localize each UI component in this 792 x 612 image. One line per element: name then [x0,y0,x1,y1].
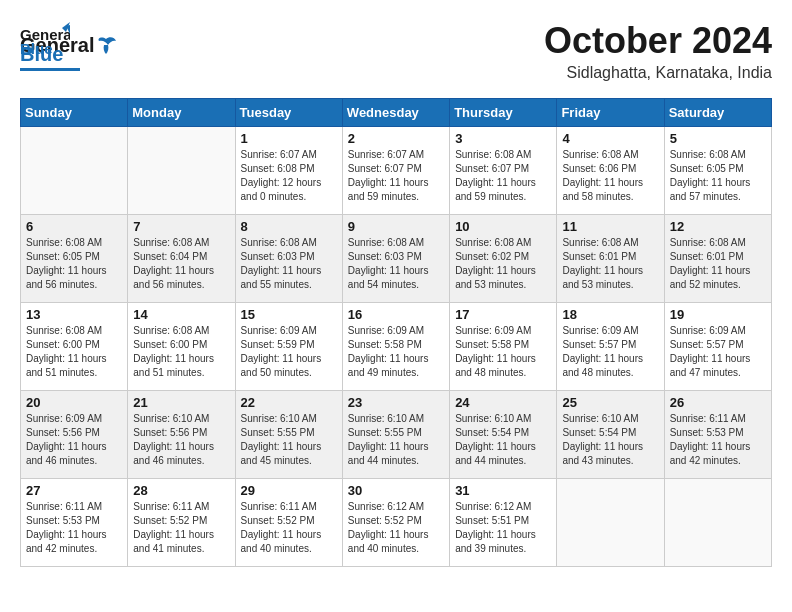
day-number: 23 [348,395,444,410]
day-info: Sunrise: 6:09 AMSunset: 5:56 PMDaylight:… [26,412,122,468]
calendar-cell: 9Sunrise: 6:08 AMSunset: 6:03 PMDaylight… [342,215,449,303]
weekday-header-friday: Friday [557,99,664,127]
day-info: Sunrise: 6:08 AMSunset: 6:03 PMDaylight:… [348,236,444,292]
page-header: General Blue General Blue October 2024 S… [20,20,772,82]
calendar-cell: 28Sunrise: 6:11 AMSunset: 5:52 PMDayligh… [128,479,235,567]
calendar-week-row: 6Sunrise: 6:08 AMSunset: 6:05 PMDaylight… [21,215,772,303]
calendar-cell: 21Sunrise: 6:10 AMSunset: 5:56 PMDayligh… [128,391,235,479]
calendar-week-row: 1Sunrise: 6:07 AMSunset: 6:08 PMDaylight… [21,127,772,215]
day-info: Sunrise: 6:09 AMSunset: 5:58 PMDaylight:… [348,324,444,380]
logo-divider [20,68,80,71]
month-title: October 2024 [544,20,772,62]
calendar-cell: 20Sunrise: 6:09 AMSunset: 5:56 PMDayligh… [21,391,128,479]
day-info: Sunrise: 6:10 AMSunset: 5:55 PMDaylight:… [348,412,444,468]
calendar-cell [128,127,235,215]
calendar-week-row: 27Sunrise: 6:11 AMSunset: 5:53 PMDayligh… [21,479,772,567]
day-number: 2 [348,131,444,146]
day-number: 11 [562,219,658,234]
calendar-cell: 6Sunrise: 6:08 AMSunset: 6:05 PMDaylight… [21,215,128,303]
calendar-cell: 15Sunrise: 6:09 AMSunset: 5:59 PMDayligh… [235,303,342,391]
calendar-title-block: October 2024 Sidlaghatta, Karnataka, Ind… [544,20,772,82]
day-number: 7 [133,219,229,234]
calendar-cell: 14Sunrise: 6:08 AMSunset: 6:00 PMDayligh… [128,303,235,391]
day-info: Sunrise: 6:09 AMSunset: 5:59 PMDaylight:… [241,324,337,380]
day-info: Sunrise: 6:08 AMSunset: 6:02 PMDaylight:… [455,236,551,292]
day-info: Sunrise: 6:10 AMSunset: 5:55 PMDaylight:… [241,412,337,468]
day-number: 18 [562,307,658,322]
day-number: 15 [241,307,337,322]
calendar-cell [21,127,128,215]
day-info: Sunrise: 6:10 AMSunset: 5:54 PMDaylight:… [455,412,551,468]
calendar-cell: 17Sunrise: 6:09 AMSunset: 5:58 PMDayligh… [450,303,557,391]
day-number: 27 [26,483,122,498]
day-info: Sunrise: 6:08 AMSunset: 6:07 PMDaylight:… [455,148,551,204]
calendar-cell: 2Sunrise: 6:07 AMSunset: 6:07 PMDaylight… [342,127,449,215]
day-info: Sunrise: 6:12 AMSunset: 5:52 PMDaylight:… [348,500,444,556]
calendar-cell: 11Sunrise: 6:08 AMSunset: 6:01 PMDayligh… [557,215,664,303]
day-number: 10 [455,219,551,234]
day-number: 22 [241,395,337,410]
calendar-header-row: SundayMondayTuesdayWednesdayThursdayFrid… [21,99,772,127]
calendar-cell: 22Sunrise: 6:10 AMSunset: 5:55 PMDayligh… [235,391,342,479]
day-number: 30 [348,483,444,498]
day-info: Sunrise: 6:09 AMSunset: 5:57 PMDaylight:… [562,324,658,380]
day-number: 29 [241,483,337,498]
weekday-header-tuesday: Tuesday [235,99,342,127]
calendar-week-row: 20Sunrise: 6:09 AMSunset: 5:56 PMDayligh… [21,391,772,479]
day-number: 4 [562,131,658,146]
day-number: 6 [26,219,122,234]
day-info: Sunrise: 6:11 AMSunset: 5:52 PMDaylight:… [241,500,337,556]
day-info: Sunrise: 6:07 AMSunset: 6:08 PMDaylight:… [241,148,337,204]
day-info: Sunrise: 6:07 AMSunset: 6:07 PMDaylight:… [348,148,444,204]
day-info: Sunrise: 6:08 AMSunset: 6:04 PMDaylight:… [133,236,229,292]
calendar-cell: 3Sunrise: 6:08 AMSunset: 6:07 PMDaylight… [450,127,557,215]
day-number: 20 [26,395,122,410]
svg-text:Blue: Blue [20,40,53,57]
day-info: Sunrise: 6:11 AMSunset: 5:53 PMDaylight:… [670,412,766,468]
calendar-cell: 30Sunrise: 6:12 AMSunset: 5:52 PMDayligh… [342,479,449,567]
day-number: 14 [133,307,229,322]
day-info: Sunrise: 6:08 AMSunset: 6:01 PMDaylight:… [670,236,766,292]
calendar-cell: 29Sunrise: 6:11 AMSunset: 5:52 PMDayligh… [235,479,342,567]
calendar-cell: 24Sunrise: 6:10 AMSunset: 5:54 PMDayligh… [450,391,557,479]
day-number: 12 [670,219,766,234]
logo-icon: General Blue [20,20,70,60]
day-info: Sunrise: 6:08 AMSunset: 6:05 PMDaylight:… [26,236,122,292]
day-number: 24 [455,395,551,410]
calendar-cell: 5Sunrise: 6:08 AMSunset: 6:05 PMDaylight… [664,127,771,215]
day-number: 25 [562,395,658,410]
calendar-cell: 7Sunrise: 6:08 AMSunset: 6:04 PMDaylight… [128,215,235,303]
calendar-table: SundayMondayTuesdayWednesdayThursdayFrid… [20,98,772,567]
weekday-header-saturday: Saturday [664,99,771,127]
day-info: Sunrise: 6:11 AMSunset: 5:52 PMDaylight:… [133,500,229,556]
calendar-cell: 31Sunrise: 6:12 AMSunset: 5:51 PMDayligh… [450,479,557,567]
weekday-header-thursday: Thursday [450,99,557,127]
calendar-cell: 13Sunrise: 6:08 AMSunset: 6:00 PMDayligh… [21,303,128,391]
logo: General Blue General Blue [20,20,118,71]
logo-bird-icon [95,35,117,57]
calendar-cell: 19Sunrise: 6:09 AMSunset: 5:57 PMDayligh… [664,303,771,391]
day-number: 21 [133,395,229,410]
calendar-cell [664,479,771,567]
day-info: Sunrise: 6:12 AMSunset: 5:51 PMDaylight:… [455,500,551,556]
day-info: Sunrise: 6:11 AMSunset: 5:53 PMDaylight:… [26,500,122,556]
day-number: 9 [348,219,444,234]
calendar-cell: 23Sunrise: 6:10 AMSunset: 5:55 PMDayligh… [342,391,449,479]
day-number: 19 [670,307,766,322]
day-info: Sunrise: 6:08 AMSunset: 6:00 PMDaylight:… [133,324,229,380]
calendar-cell: 8Sunrise: 6:08 AMSunset: 6:03 PMDaylight… [235,215,342,303]
weekday-header-monday: Monday [128,99,235,127]
calendar-cell: 4Sunrise: 6:08 AMSunset: 6:06 PMDaylight… [557,127,664,215]
day-info: Sunrise: 6:08 AMSunset: 6:06 PMDaylight:… [562,148,658,204]
calendar-cell: 27Sunrise: 6:11 AMSunset: 5:53 PMDayligh… [21,479,128,567]
calendar-cell: 12Sunrise: 6:08 AMSunset: 6:01 PMDayligh… [664,215,771,303]
day-number: 13 [26,307,122,322]
calendar-cell: 1Sunrise: 6:07 AMSunset: 6:08 PMDaylight… [235,127,342,215]
calendar-cell [557,479,664,567]
day-number: 26 [670,395,766,410]
day-number: 16 [348,307,444,322]
day-info: Sunrise: 6:08 AMSunset: 6:01 PMDaylight:… [562,236,658,292]
weekday-header-wednesday: Wednesday [342,99,449,127]
day-number: 3 [455,131,551,146]
day-number: 5 [670,131,766,146]
